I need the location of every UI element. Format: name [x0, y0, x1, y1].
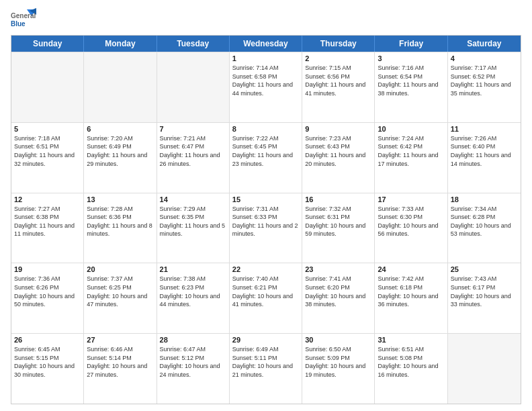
cal-cell: 2Sunrise: 7:15 AM Sunset: 6:56 PM Daylig… — [302, 52, 375, 122]
cell-text: Sunrise: 7:42 AM Sunset: 6:18 PM Dayligh… — [378, 275, 444, 308]
week-row-1: 1Sunrise: 7:14 AM Sunset: 6:58 PM Daylig… — [11, 52, 521, 122]
day-number: 13 — [87, 195, 153, 203]
cell-text: Sunrise: 7:14 AM Sunset: 6:58 PM Dayligh… — [232, 64, 299, 97]
logo-svg: GeneralBlue — [11, 7, 38, 31]
week-row-4: 19Sunrise: 7:36 AM Sunset: 6:26 PM Dayli… — [11, 263, 521, 333]
cal-cell: 28Sunrise: 6:47 AM Sunset: 5:12 PM Dayli… — [157, 334, 230, 404]
cal-cell: 16Sunrise: 7:32 AM Sunset: 6:31 PM Dayli… — [302, 193, 375, 263]
cell-text: Sunrise: 7:36 AM Sunset: 6:26 PM Dayligh… — [14, 275, 81, 308]
cell-text: Sunrise: 7:37 AM Sunset: 6:25 PM Dayligh… — [87, 275, 153, 308]
cell-text: Sunrise: 6:47 AM Sunset: 5:12 PM Dayligh… — [160, 345, 226, 379]
cal-cell: 24Sunrise: 7:42 AM Sunset: 6:18 PM Dayli… — [375, 263, 447, 333]
cell-text: Sunrise: 7:23 AM Sunset: 6:43 PM Dayligh… — [305, 134, 371, 168]
cell-text: Sunrise: 7:24 AM Sunset: 6:42 PM Dayligh… — [378, 134, 444, 168]
cal-cell: 10Sunrise: 7:24 AM Sunset: 6:42 PM Dayli… — [375, 123, 447, 193]
cell-text: Sunrise: 7:26 AM Sunset: 6:40 PM Dayligh… — [451, 134, 518, 168]
day-number: 28 — [160, 336, 226, 344]
cal-cell: 14Sunrise: 7:29 AM Sunset: 6:35 PM Dayli… — [157, 193, 230, 263]
day-number: 27 — [87, 336, 153, 344]
header-day-thursday: Thursday — [302, 36, 375, 52]
day-number: 17 — [378, 195, 444, 203]
calendar-body: 1Sunrise: 7:14 AM Sunset: 6:58 PM Daylig… — [11, 52, 521, 404]
day-number: 30 — [305, 336, 371, 344]
week-row-3: 12Sunrise: 7:27 AM Sunset: 6:38 PM Dayli… — [11, 193, 521, 263]
day-number: 12 — [14, 195, 81, 203]
day-number: 11 — [451, 125, 518, 133]
day-number: 18 — [451, 195, 518, 203]
day-number: 21 — [160, 265, 226, 273]
day-number: 20 — [87, 265, 153, 273]
cell-text: Sunrise: 7:33 AM Sunset: 6:30 PM Dayligh… — [378, 205, 444, 238]
cal-cell: 7Sunrise: 7:21 AM Sunset: 6:47 PM Daylig… — [157, 123, 230, 193]
header-day-saturday: Saturday — [448, 36, 521, 52]
cal-cell: 19Sunrise: 7:36 AM Sunset: 6:26 PM Dayli… — [11, 263, 84, 333]
day-number: 4 — [451, 54, 518, 62]
cell-text: Sunrise: 7:22 AM Sunset: 6:45 PM Dayligh… — [232, 134, 299, 168]
calendar: SundayMondayTuesdayWednesdayThursdayFrid… — [11, 35, 521, 404]
day-number: 3 — [378, 54, 444, 62]
cell-text: Sunrise: 7:34 AM Sunset: 6:28 PM Dayligh… — [451, 205, 518, 238]
cal-cell: 4Sunrise: 7:17 AM Sunset: 6:52 PM Daylig… — [448, 52, 521, 122]
cell-text: Sunrise: 7:29 AM Sunset: 6:35 PM Dayligh… — [160, 205, 226, 238]
cell-text: Sunrise: 7:32 AM Sunset: 6:31 PM Dayligh… — [305, 205, 371, 238]
day-number: 23 — [305, 265, 371, 273]
day-number: 6 — [87, 125, 153, 133]
cell-text: Sunrise: 7:31 AM Sunset: 6:33 PM Dayligh… — [232, 205, 299, 238]
day-number: 19 — [14, 265, 81, 273]
header-day-monday: Monday — [84, 36, 157, 52]
cell-text: Sunrise: 6:50 AM Sunset: 5:09 PM Dayligh… — [305, 345, 371, 379]
cell-text: Sunrise: 7:38 AM Sunset: 6:23 PM Dayligh… — [160, 275, 226, 308]
cal-cell: 27Sunrise: 6:46 AM Sunset: 5:14 PM Dayli… — [84, 334, 157, 404]
day-number: 15 — [232, 195, 299, 203]
cal-cell: 12Sunrise: 7:27 AM Sunset: 6:38 PM Dayli… — [11, 193, 84, 263]
cal-cell: 5Sunrise: 7:18 AM Sunset: 6:51 PM Daylig… — [11, 123, 84, 193]
day-number: 25 — [451, 265, 518, 273]
header-day-sunday: Sunday — [11, 36, 84, 52]
cell-text: Sunrise: 7:40 AM Sunset: 6:21 PM Dayligh… — [232, 275, 299, 308]
day-number: 9 — [305, 125, 371, 133]
cell-text: Sunrise: 6:49 AM Sunset: 5:11 PM Dayligh… — [232, 345, 299, 379]
cell-text: Sunrise: 7:27 AM Sunset: 6:38 PM Dayligh… — [14, 205, 81, 238]
cal-cell: 22Sunrise: 7:40 AM Sunset: 6:21 PM Dayli… — [230, 263, 302, 333]
cal-cell — [157, 52, 230, 122]
day-number: 22 — [232, 265, 299, 273]
cal-cell: 30Sunrise: 6:50 AM Sunset: 5:09 PM Dayli… — [302, 334, 375, 404]
day-number: 8 — [232, 125, 299, 133]
cell-text: Sunrise: 7:17 AM Sunset: 6:52 PM Dayligh… — [451, 64, 518, 97]
logo: GeneralBlue — [11, 7, 38, 31]
day-number: 1 — [232, 54, 299, 62]
cell-text: Sunrise: 7:28 AM Sunset: 6:36 PM Dayligh… — [87, 205, 153, 238]
day-number: 24 — [378, 265, 444, 273]
day-number: 31 — [378, 336, 444, 344]
cell-text: Sunrise: 6:45 AM Sunset: 5:15 PM Dayligh… — [14, 345, 81, 379]
cell-text: Sunrise: 7:18 AM Sunset: 6:51 PM Dayligh… — [14, 134, 81, 168]
cal-cell: 31Sunrise: 6:51 AM Sunset: 5:08 PM Dayli… — [375, 334, 447, 404]
cell-text: Sunrise: 7:16 AM Sunset: 6:54 PM Dayligh… — [378, 64, 444, 97]
cal-cell: 13Sunrise: 7:28 AM Sunset: 6:36 PM Dayli… — [84, 193, 157, 263]
cal-cell — [11, 52, 84, 122]
header: GeneralBlue — [11, 7, 521, 31]
svg-text:General: General — [11, 12, 36, 19]
cal-cell: 9Sunrise: 7:23 AM Sunset: 6:43 PM Daylig… — [302, 123, 375, 193]
cal-cell: 29Sunrise: 6:49 AM Sunset: 5:11 PM Dayli… — [230, 334, 302, 404]
cal-cell: 6Sunrise: 7:20 AM Sunset: 6:49 PM Daylig… — [84, 123, 157, 193]
cell-text: Sunrise: 7:20 AM Sunset: 6:49 PM Dayligh… — [87, 134, 153, 168]
cell-text: Sunrise: 7:21 AM Sunset: 6:47 PM Dayligh… — [160, 134, 226, 168]
svg-text:Blue: Blue — [11, 20, 26, 28]
cell-text: Sunrise: 6:51 AM Sunset: 5:08 PM Dayligh… — [378, 345, 444, 379]
cal-cell: 26Sunrise: 6:45 AM Sunset: 5:15 PM Dayli… — [11, 334, 84, 404]
cal-cell: 15Sunrise: 7:31 AM Sunset: 6:33 PM Dayli… — [230, 193, 302, 263]
cal-cell: 11Sunrise: 7:26 AM Sunset: 6:40 PM Dayli… — [448, 123, 521, 193]
header-day-friday: Friday — [375, 36, 447, 52]
cal-cell: 18Sunrise: 7:34 AM Sunset: 6:28 PM Dayli… — [448, 193, 521, 263]
day-number: 26 — [14, 336, 81, 344]
cal-cell — [84, 52, 157, 122]
cal-cell — [448, 334, 521, 404]
week-row-2: 5Sunrise: 7:18 AM Sunset: 6:51 PM Daylig… — [11, 122, 521, 193]
cal-cell: 25Sunrise: 7:43 AM Sunset: 6:17 PM Dayli… — [448, 263, 521, 333]
day-number: 5 — [14, 125, 81, 133]
cell-text: Sunrise: 6:46 AM Sunset: 5:14 PM Dayligh… — [87, 345, 153, 379]
page: GeneralBlue SundayMondayTuesdayWednesday… — [0, 0, 532, 411]
cal-cell: 8Sunrise: 7:22 AM Sunset: 6:45 PM Daylig… — [230, 123, 302, 193]
day-number: 2 — [305, 54, 371, 62]
